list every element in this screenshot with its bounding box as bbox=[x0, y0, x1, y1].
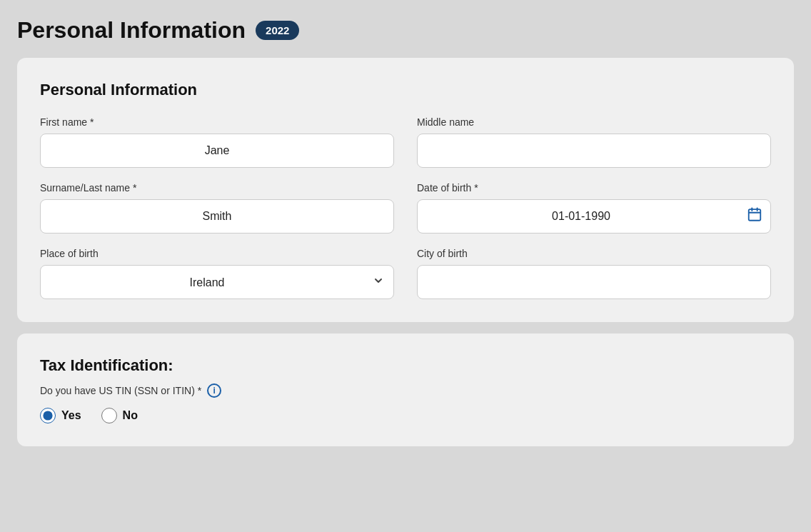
page-title: Personal Information bbox=[17, 17, 246, 44]
yes-radio-text: Yes bbox=[61, 409, 81, 422]
dob-label: Date of birth * bbox=[417, 182, 771, 194]
no-radio-input[interactable] bbox=[101, 408, 117, 423]
yes-radio-input[interactable] bbox=[40, 408, 56, 423]
middle-name-input[interactable] bbox=[417, 134, 771, 168]
tax-section-title: Tax Identification: bbox=[40, 356, 771, 375]
middle-name-group: Middle name bbox=[417, 116, 771, 168]
tax-identification-card: Tax Identification: Do you have US TIN (… bbox=[17, 333, 794, 446]
page-header: Personal Information 2022 bbox=[17, 17, 794, 44]
info-icon[interactable]: i bbox=[207, 383, 221, 398]
first-name-input[interactable] bbox=[40, 134, 394, 168]
tax-question-label: Do you have US TIN (SSN or ITIN) * bbox=[40, 385, 201, 396]
no-radio-text: No bbox=[123, 409, 138, 422]
personal-info-form: First name * Middle name Surname/Last na… bbox=[40, 116, 771, 299]
year-badge: 2022 bbox=[256, 21, 299, 40]
no-radio-label[interactable]: No bbox=[101, 408, 138, 423]
place-of-birth-select-wrapper: Ireland USA UK Germany France bbox=[40, 265, 394, 299]
dob-input[interactable] bbox=[417, 199, 771, 234]
city-of-birth-label: City of birth bbox=[417, 248, 771, 259]
surname-input[interactable] bbox=[40, 199, 394, 234]
place-of-birth-group: Place of birth Ireland USA UK Germany Fr… bbox=[40, 248, 394, 299]
tax-question-row: Do you have US TIN (SSN or ITIN) * i bbox=[40, 383, 771, 398]
yes-radio-label[interactable]: Yes bbox=[40, 408, 81, 423]
surname-label: Surname/Last name * bbox=[40, 182, 394, 194]
middle-name-label: Middle name bbox=[417, 116, 771, 128]
place-of-birth-label: Place of birth bbox=[40, 248, 394, 259]
surname-group: Surname/Last name * bbox=[40, 182, 394, 234]
city-of-birth-group: City of birth bbox=[417, 248, 771, 299]
personal-info-card: Personal Information First name * Middle… bbox=[17, 58, 794, 322]
dob-group: Date of birth * bbox=[417, 182, 771, 234]
dob-input-wrapper bbox=[417, 199, 771, 234]
place-of-birth-select[interactable]: Ireland USA UK Germany France bbox=[40, 265, 394, 299]
personal-info-section-title: Personal Information bbox=[40, 81, 771, 99]
tin-radio-group: Yes No bbox=[40, 408, 771, 423]
city-of-birth-input[interactable] bbox=[417, 265, 771, 299]
first-name-label: First name * bbox=[40, 116, 394, 128]
first-name-group: First name * bbox=[40, 116, 394, 168]
